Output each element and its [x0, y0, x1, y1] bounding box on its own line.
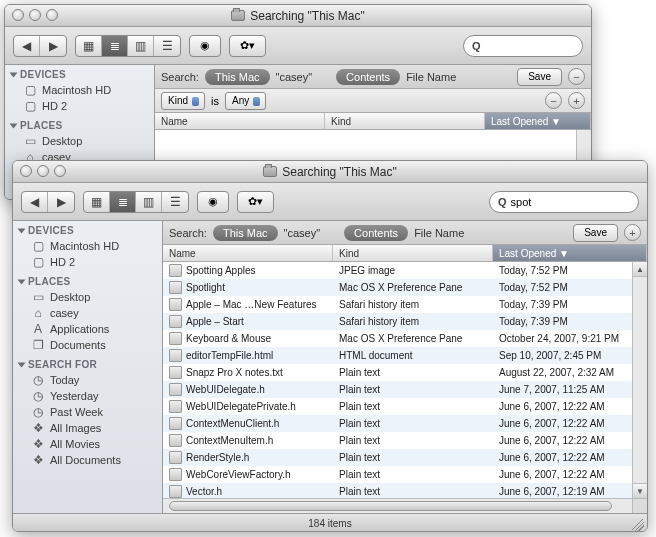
file-opened: June 6, 2007, 12:22 AM	[493, 452, 647, 463]
search-icon: Q	[498, 196, 507, 208]
minimize-button[interactable]	[37, 165, 49, 177]
toolbar: ◀ ▶ ▦ ≣ ▥ ☰ ◉ ✿▾ Q	[5, 27, 591, 65]
quicklook-button[interactable]: ◉	[189, 35, 221, 57]
column-view-button[interactable]: ▥	[136, 192, 162, 212]
col-name[interactable]: Name	[163, 245, 333, 261]
sidebar-item[interactable]: ▢HD 2	[5, 98, 154, 114]
sidebar-item[interactable]: AApplications	[13, 321, 162, 337]
zoom-button[interactable]	[46, 9, 58, 21]
action-button[interactable]: ✿▾	[237, 191, 274, 213]
list-view-button[interactable]: ≣	[110, 192, 136, 212]
criteria-any-select[interactable]: Any	[225, 92, 266, 110]
sidebar-item[interactable]: ◷Today	[13, 372, 162, 388]
file-opened: Today, 7:39 PM	[493, 299, 647, 310]
criteria-kind-select[interactable]: Kind	[161, 92, 205, 110]
scope-contents[interactable]: Contents	[336, 69, 400, 85]
coverflow-view-button[interactable]: ☰	[154, 36, 180, 56]
file-icon	[169, 264, 182, 277]
sidebar-item[interactable]: ◷Past Week	[13, 404, 162, 420]
sidebar-item[interactable]: ❐Documents	[13, 337, 162, 353]
col-last-opened[interactable]: Last Opened ▼	[493, 245, 647, 261]
sidebar-item[interactable]: ⌂casey	[13, 305, 162, 321]
titlebar[interactable]: Searching "This Mac"	[5, 5, 591, 27]
save-button[interactable]: Save	[517, 68, 562, 86]
back-button[interactable]: ◀	[14, 36, 40, 56]
icon-view-button[interactable]: ▦	[76, 36, 102, 56]
table-row[interactable]: WebUIDelegate.hPlain textJune 7, 2007, 1…	[163, 381, 647, 398]
quicklook-button[interactable]: ◉	[197, 191, 229, 213]
table-row[interactable]: ContextMenuClient.hPlain textJune 6, 200…	[163, 415, 647, 432]
table-row[interactable]: ContextMenuItem.hPlain textJune 6, 2007,…	[163, 432, 647, 449]
close-button[interactable]	[20, 165, 32, 177]
horizontal-scrollbar[interactable]	[163, 498, 632, 513]
scroll-thumb[interactable]	[169, 501, 612, 511]
file-opened: October 24, 2007, 9:21 PM	[493, 333, 647, 344]
column-view-button[interactable]: ▥	[128, 36, 154, 56]
col-kind[interactable]: Kind	[325, 113, 485, 129]
search-field[interactable]: Q ✕	[489, 191, 639, 213]
icon-view-button[interactable]: ▦	[84, 192, 110, 212]
table-row[interactable]: Apple – StartSafari history itemToday, 7…	[163, 313, 647, 330]
zoom-button[interactable]	[54, 165, 66, 177]
sidebar-header-devices[interactable]: DEVICES	[13, 223, 162, 238]
file-name: Snapz Pro X notes.txt	[186, 367, 283, 378]
scroll-down-button[interactable]: ▼	[633, 483, 647, 498]
sidebar-item[interactable]: ❖All Movies	[13, 436, 162, 452]
scope-this-mac[interactable]: This Mac	[205, 69, 270, 85]
sidebar-item[interactable]: ◷Yesterday	[13, 388, 162, 404]
sidebar-item[interactable]: ❖All Documents	[13, 452, 162, 468]
table-row[interactable]: WebUIDelegatePrivate.hPlain textJune 6, …	[163, 398, 647, 415]
sidebar-header-places[interactable]: PLACES	[13, 274, 162, 289]
scope-casey[interactable]: "casey"	[276, 71, 313, 83]
file-opened: August 22, 2007, 2:32 AM	[493, 367, 647, 378]
table-row[interactable]: editorTempFile.htmlHTML documentSep 10, …	[163, 347, 647, 364]
search-input[interactable]	[511, 196, 648, 208]
add-rule-button[interactable]: +	[568, 92, 585, 109]
table-row[interactable]: Keyboard & MouseMac OS X Preference Pane…	[163, 330, 647, 347]
table-row[interactable]: RenderStyle.hPlain textJune 6, 2007, 12:…	[163, 449, 647, 466]
scope-contents[interactable]: Contents	[344, 225, 408, 241]
file-opened: June 6, 2007, 12:22 AM	[493, 401, 647, 412]
forward-button[interactable]: ▶	[40, 36, 66, 56]
sidebar-item[interactable]: ▢HD 2	[13, 254, 162, 270]
table-row[interactable]: SpotlightMac OS X Preference PaneToday, …	[163, 279, 647, 296]
table-row[interactable]: WebCoreViewFactory.hPlain textJune 6, 20…	[163, 466, 647, 483]
table-row[interactable]: Apple – Mac …New FeaturesSafari history …	[163, 296, 647, 313]
sidebar-header-places[interactable]: PLACES	[5, 118, 154, 133]
scope-this-mac[interactable]: This Mac	[213, 225, 278, 241]
remove-rule-button[interactable]: −	[545, 92, 562, 109]
scope-casey[interactable]: "casey"	[284, 227, 321, 239]
resize-grip[interactable]	[632, 519, 644, 531]
table-row[interactable]: Snapz Pro X notes.txtPlain textAugust 22…	[163, 364, 647, 381]
add-criteria-button[interactable]: +	[624, 224, 641, 241]
col-kind[interactable]: Kind	[333, 245, 493, 261]
titlebar[interactable]: Searching "This Mac"	[13, 161, 647, 183]
file-name: Vector.h	[186, 486, 222, 497]
action-button[interactable]: ✿▾	[229, 35, 266, 57]
search-input[interactable]	[485, 40, 592, 52]
table-row[interactable]: Spotting ApplesJPEG imageToday, 7:52 PM	[163, 262, 647, 279]
sidebar-item[interactable]: ▭Desktop	[5, 133, 154, 149]
vertical-scrollbar[interactable]: ▲ ▼	[632, 262, 647, 498]
col-last-opened[interactable]: Last Opened ▼	[485, 113, 591, 129]
coverflow-view-button[interactable]: ☰	[162, 192, 188, 212]
scope-filename[interactable]: File Name	[414, 227, 464, 239]
col-name[interactable]: Name	[155, 113, 325, 129]
forward-button[interactable]: ▶	[48, 192, 74, 212]
close-button[interactable]	[12, 9, 24, 21]
sidebar-item[interactable]: ▢Macintosh HD	[13, 238, 162, 254]
back-button[interactable]: ◀	[22, 192, 48, 212]
scope-filename[interactable]: File Name	[406, 71, 456, 83]
search-field[interactable]: Q	[463, 35, 583, 57]
sidebar-header-devices[interactable]: DEVICES	[5, 67, 154, 82]
scroll-up-button[interactable]: ▲	[633, 262, 647, 277]
sidebar-item[interactable]: ▭Desktop	[13, 289, 162, 305]
list-view-button[interactable]: ≣	[102, 36, 128, 56]
sidebar-item[interactable]: ▢Macintosh HD	[5, 82, 154, 98]
save-button[interactable]: Save	[573, 224, 618, 242]
file-name: Spotlight	[186, 282, 225, 293]
sidebar-item[interactable]: ❖All Images	[13, 420, 162, 436]
sidebar-header-searchfor[interactable]: SEARCH FOR	[13, 357, 162, 372]
remove-criteria-button[interactable]: −	[568, 68, 585, 85]
minimize-button[interactable]	[29, 9, 41, 21]
